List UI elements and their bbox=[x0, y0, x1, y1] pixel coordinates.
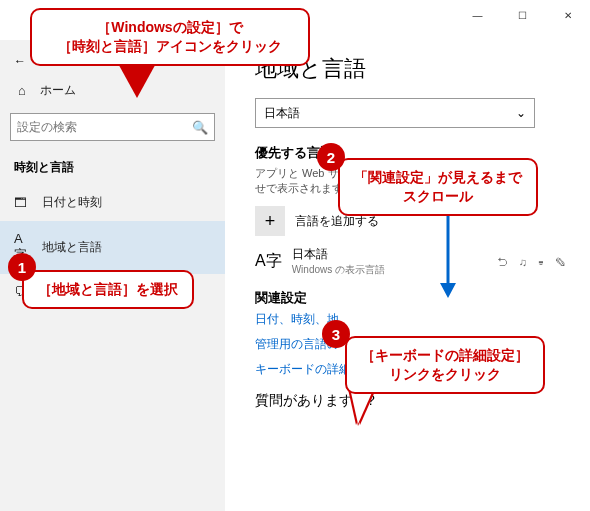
link-date-region[interactable]: 日付、時刻、地 bbox=[255, 311, 570, 328]
sidebar-item-label: 地域と言語 bbox=[42, 239, 102, 256]
annotation-badge-2: 2 bbox=[317, 143, 345, 171]
main-pane: 地域と言語 日本語 ⌄ 優先する言語 アプリと Web サイ せで表示されます … bbox=[225, 40, 590, 511]
sidebar-item-datetime[interactable]: 🗔 日付と時刻 bbox=[0, 184, 225, 221]
home-label: ホーム bbox=[40, 82, 76, 99]
close-button[interactable]: ✕ bbox=[545, 0, 590, 30]
language-glyph-icon: A字 bbox=[255, 251, 282, 272]
language-row-japanese[interactable]: A字 日本語 Windows の表示言語 ⮌ ♫ ⌨ ✎ bbox=[255, 246, 570, 277]
chevron-down-icon: ⌄ bbox=[516, 106, 526, 120]
annotation-1: ［地域と言語］を選択 bbox=[22, 270, 194, 309]
search-input[interactable] bbox=[17, 120, 192, 134]
dropdown-value: 日本語 bbox=[264, 105, 300, 122]
language-name: 日本語 bbox=[292, 246, 385, 263]
related-settings-heading: 関連設定 bbox=[255, 289, 570, 307]
minimize-button[interactable]: — bbox=[455, 0, 500, 30]
sidebar-item-label: 日付と時刻 bbox=[42, 194, 102, 211]
annotation-badge-3: 3 bbox=[322, 320, 350, 348]
calendar-icon: 🗔 bbox=[14, 195, 30, 210]
annotation-badge-1: 1 bbox=[8, 253, 36, 281]
annotation-2: 「関連設定」が見えるまで スクロール bbox=[338, 158, 538, 216]
language-feature-icons: ⮌ ♫ ⌨ ✎ bbox=[497, 256, 570, 268]
svg-marker-1 bbox=[440, 283, 456, 298]
annotation-arrow-icon bbox=[438, 210, 458, 300]
annotation-3: ［キーボードの詳細設定］ リンクをクリック bbox=[345, 336, 545, 394]
search-icon: 🔍 bbox=[192, 120, 208, 135]
annotation-top: ［Windowsの設定］で ［時刻と言語］アイコンをクリック bbox=[30, 8, 310, 66]
home-icon: ⌂ bbox=[14, 83, 30, 98]
home-link[interactable]: ⌂ ホーム bbox=[0, 74, 225, 107]
search-box[interactable]: 🔍 bbox=[10, 113, 215, 141]
maximize-button[interactable]: ☐ bbox=[500, 0, 545, 30]
region-dropdown[interactable]: 日本語 ⌄ bbox=[255, 98, 535, 128]
help-question: 質問がありますか? bbox=[255, 392, 570, 410]
plus-icon: + bbox=[255, 206, 285, 236]
language-subtitle: Windows の表示言語 bbox=[292, 263, 385, 277]
category-heading: 時刻と言語 bbox=[0, 151, 225, 184]
back-icon[interactable]: ← bbox=[14, 54, 26, 68]
